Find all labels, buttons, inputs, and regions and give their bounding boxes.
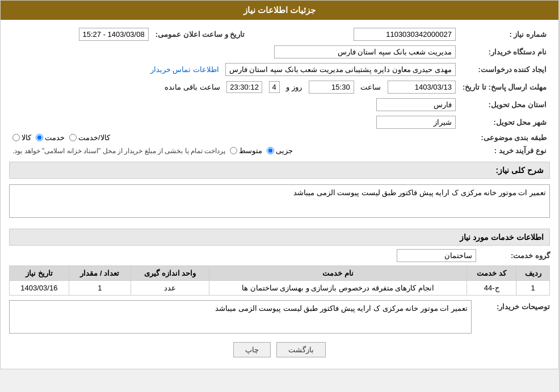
buyer-description-label: توصیحات خریدار: [476,300,550,311]
purchase-type-medium: متوسط [230,146,262,155]
service-group-row: گروه خدمت: ساختمان [9,249,550,262]
purchase-type-note: پرداخت تمام یا بخشی از مبلغ خریدار از مح… [12,147,225,155]
purchase-type-label: نوع فرآیند خرید : [459,144,550,157]
requester-value: مهدی حیدری معاون دایره پشتیبانی مدیریت ش… [225,63,456,76]
cell-row: 1 [516,281,550,296]
deadline-remaining-label: ساعت باقی مانده [165,83,220,91]
announce-label: تاریخ و ساعت اعلان عمومی: [152,26,257,43]
need-description-textarea[interactable]: تعمیر ات موتور خانه مرکزی ک ارایه پیش فا… [9,184,550,218]
services-header-row: ردیف کد خدمت نام خدمت واحد اندازه گیری ت… [10,266,550,281]
col-date: تاریخ نیاز [10,266,69,281]
deadline-remaining: 23:30:12 [226,81,262,93]
purchase-type-radio-group: پرداخت تمام یا بخشی از مبلغ خریدار از مح… [12,146,456,155]
services-table: ردیف کد خدمت نام خدمت واحد اندازه گیری ت… [9,265,550,296]
deadline-date: 1403/03/13 [388,81,456,94]
category-option-both: کالا/خدمت [69,133,110,142]
row-requester: ایجاد کننده درخواست: مهدی حیدری معاون دا… [9,61,550,78]
info-table: شماره نیاز : 1103030342000027 تاریخ و سا… [9,26,550,157]
col-row: ردیف [516,266,550,281]
services-table-body: 1 ج-44 انجام کارهای متفرقه درخصوص بازساز… [10,281,550,296]
need-number-label: شماره نیاز : [459,26,550,43]
need-number-value: 1103030342000027 [354,28,456,41]
deadline-days-label: روز و [286,83,302,91]
service-group-label: گروه خدمت: [476,251,550,260]
col-unit: واحد اندازه گیری [131,266,209,281]
main-content: شماره نیاز : 1103030342000027 تاریخ و سا… [1,20,558,369]
table-row: 1 ج-44 انجام کارهای متفرقه درخصوص بازساز… [10,281,550,296]
cell-name: انجام کارهای متفرقه درخصوص بازسازی و بهس… [209,281,467,296]
city-label: شهر محل تحویل: [459,113,550,131]
purchase-radio-small[interactable] [267,147,274,154]
category-option-goods: کالا [12,133,31,142]
button-bar: بازگشت چاپ [9,342,550,357]
category-both-label: کالا/خدمت [78,133,110,142]
print-button[interactable]: چاپ [233,342,271,357]
province-value: فارس [376,98,456,111]
deadline-time: 15:30 [309,81,354,94]
purchase-type-medium-label: متوسط [239,146,262,155]
back-button[interactable]: بازگشت [276,342,326,357]
category-service-label: خدمت [45,133,65,142]
deadline-time-label: ساعت [360,83,381,91]
row-deadline: مهلت ارسال پاسخ: تا تاریخ: 1403/03/13 سا… [9,78,550,96]
announce-value: 1403/03/08 - 15:27 [79,28,149,41]
cell-date: 1403/03/16 [10,281,69,296]
row-purchase-type: نوع فرآیند خرید : پرداخت تمام یا بخشی از… [9,144,550,157]
services-info-header: اطلاعات خدمات مورد نیاز [9,229,550,246]
buyer-org-label: نام دستگاه خریدار: [459,43,550,61]
deadline-days: 4 [269,81,280,93]
need-description-header: شرح کلی نیاز: [9,162,550,179]
buyer-description-row: توصیحات خریدار: تعمیر ات موتور خانه مرکز… [9,300,550,334]
cell-quantity: 1 [69,281,131,296]
row-province: استان محل تحویل: فارس [9,96,550,113]
requester-contact-link[interactable]: اطلاعات تماس خریدار [150,65,219,74]
col-quantity: تعداد / مقدار [69,266,131,281]
purchase-type-small-label: جزیی [276,146,293,155]
row-city: شهر محل تحویل: شیراز [9,113,550,131]
col-code: کد خدمت [466,266,516,281]
purchase-type-small: جزیی [267,146,293,155]
service-group-value: ساختمان [397,249,476,262]
row-need-number: شماره نیاز : 1103030342000027 تاریخ و سا… [9,26,550,43]
category-radio-group: کالا خدمت کالا/خدمت [12,133,456,142]
need-description-container: تعمیر ات موتور خانه مرکزی ک ارایه پیش فا… [9,182,550,224]
row-buyer-org: نام دستگاه خریدار: مدیریت شعب بانک سپه ا… [9,43,550,61]
cell-code: ج-44 [466,281,516,296]
col-name: نام خدمت [209,266,467,281]
category-option-service: خدمت [36,133,65,142]
category-radio-both[interactable] [69,134,77,141]
category-goods-label: کالا [22,133,31,142]
category-label: طبقه بندی موضوعی: [459,131,550,144]
buyer-org-value: مدیریت شعب بانک سپه استان فارس [274,45,456,58]
buyer-description-textarea[interactable]: تعمیر ات موتور خانه مرکزی ک ارایه پیش فا… [9,300,472,334]
deadline-label: مهلت ارسال پاسخ: تا تاریخ: [459,78,550,96]
province-label: استان محل تحویل: [459,96,550,113]
deadline-row: 1403/03/13 ساعت 15:30 روز و 4 23:30:12 س… [12,81,456,94]
row-category: طبقه بندی موضوعی: کالا خدمت کالا/خدمت [9,131,550,144]
requester-label: ایجاد کننده درخواست: [459,61,550,78]
purchase-radio-medium[interactable] [230,147,237,154]
services-table-header: ردیف کد خدمت نام خدمت واحد اندازه گیری ت… [10,266,550,281]
page-title: جزئیات اطلاعات نیاز [243,5,316,15]
category-radio-goods[interactable] [12,134,20,141]
cell-unit: عدد [131,281,209,296]
page-container: جزئیات اطلاعات نیاز شماره نیاز : 1103030… [0,0,559,369]
category-radio-service[interactable] [36,134,43,141]
page-header: جزئیات اطلاعات نیاز [1,1,558,20]
city-value: شیراز [376,116,456,129]
